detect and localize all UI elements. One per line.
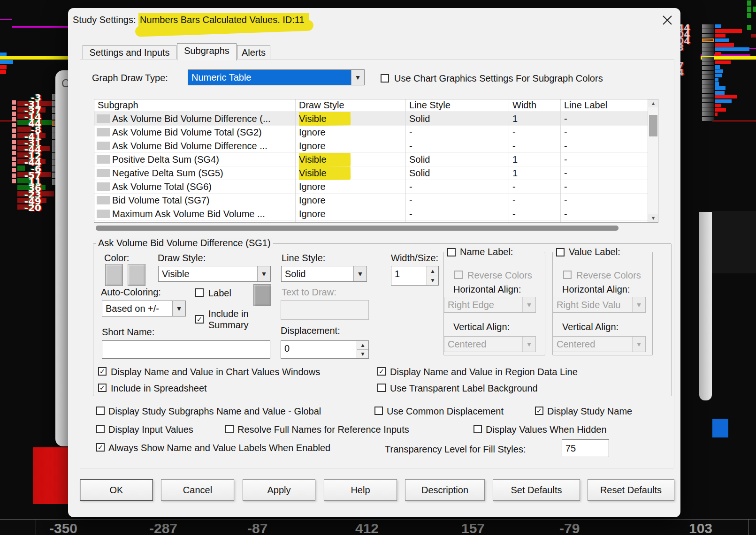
line-label-cell: -: [564, 112, 634, 126]
subgraph-color-swatch[interactable]: [97, 210, 110, 218]
column-header[interactable]: Width: [512, 100, 536, 111]
label-color-swatch[interactable]: [253, 284, 271, 306]
chevron-down-icon[interactable]: ▼: [351, 70, 364, 85]
apply-button[interactable]: Apply: [243, 479, 315, 501]
stepper-up-icon[interactable]: ▲: [427, 266, 438, 276]
line-label-cell: -: [564, 126, 634, 139]
table-row[interactable]: Maximum Ask Volume Bid Volume ...Ignore-…: [94, 207, 658, 221]
chevron-down-icon[interactable]: ▼: [257, 266, 270, 281]
tab-alerts[interactable]: Alerts: [237, 45, 270, 60]
display-chart-values-checkbox[interactable]: ✓: [98, 367, 107, 376]
subgraph-name-cell: Ask Volume Bid Volume Difference ...: [112, 139, 293, 153]
use-common-displacement-label: Use Common Displacement: [387, 406, 504, 417]
help-button[interactable]: Help: [324, 479, 397, 501]
scroll-down-icon[interactable]: ▼: [648, 214, 658, 222]
line-style-cell: -: [409, 139, 506, 153]
subgraph-color-swatch[interactable]: [97, 196, 110, 204]
display-region-data-line-checkbox[interactable]: ✓: [377, 367, 386, 376]
value-horizontal-align-select: Right Side Valu ▼: [553, 297, 646, 313]
table-row[interactable]: Bid Volume Total (SG7)Ignore---: [94, 194, 658, 207]
line-style-cell: Solid: [409, 153, 506, 166]
transparency-level-input[interactable]: [562, 439, 609, 457]
include-in-spreadsheet-label: Include in Spreadsheet: [111, 383, 207, 394]
display-study-name-checkbox[interactable]: ✓: [535, 407, 543, 415]
name-horizontal-align-label: Horizontal Align:: [453, 284, 521, 295]
graph-draw-type-select[interactable]: Numeric Table ▼: [188, 69, 365, 85]
display-subgraphs-global-checkbox[interactable]: [96, 407, 105, 415]
always-show-labels-checkbox[interactable]: ✓: [96, 443, 105, 452]
value-reverse-colors-label: Reverse Colors: [576, 270, 641, 281]
line-label-cell: -: [564, 194, 634, 207]
table-row[interactable]: Ask Volume Bid Volume Total (SG2)Ignore-…: [94, 126, 658, 139]
description-button[interactable]: Description: [405, 479, 485, 501]
draw-style-select[interactable]: Visible ▼: [158, 266, 271, 282]
stepper-down-icon[interactable]: ▼: [357, 350, 368, 358]
chevron-down-icon: ▼: [632, 337, 645, 352]
resolve-full-names-checkbox[interactable]: [225, 425, 234, 433]
display-values-when-hidden-checkbox[interactable]: [473, 425, 482, 433]
transparency-level-label: Transparency Level for Fill Styles:: [385, 444, 526, 455]
table-row[interactable]: Ask Volume Bid Volume Difference ...Igno…: [94, 139, 658, 153]
width-cell: -: [512, 139, 558, 153]
width-cell: -: [512, 207, 558, 221]
line-style-select[interactable]: Solid ▼: [281, 266, 367, 282]
set-defaults-button[interactable]: Set Defaults: [493, 479, 580, 501]
name-label-checkbox[interactable]: [447, 248, 456, 256]
cancel-button[interactable]: Cancel: [161, 479, 234, 501]
subgraph-name-cell: Ask Volume Total (SG6): [112, 180, 293, 194]
table-row[interactable]: Ask Volume Total (SG6)Ignore---: [94, 180, 658, 194]
column-header[interactable]: Subgraph: [98, 100, 138, 111]
ok-button[interactable]: OK: [80, 479, 153, 501]
use-chart-graphics-checkbox[interactable]: [381, 74, 389, 83]
display-input-values-checkbox[interactable]: [96, 425, 105, 433]
scrollbar-thumb[interactable]: [649, 115, 657, 136]
auto-coloring-select[interactable]: Based on +/- ▼: [102, 301, 186, 316]
chevron-down-icon[interactable]: ▼: [172, 301, 185, 316]
value-vertical-align-label: Vertical Align:: [562, 321, 619, 332]
include-in-summary-checkbox[interactable]: ✓: [195, 315, 204, 324]
subgraph-color-swatch[interactable]: [97, 114, 110, 123]
table-vertical-scrollbar[interactable]: ▲ ▼: [648, 99, 658, 222]
subgraph-color-swatch[interactable]: [97, 182, 110, 191]
table-row[interactable]: Negative Delta Sum (SG5)VisibleSolid1-: [94, 166, 658, 180]
name-reverse-colors-label: Reverse Colors: [467, 270, 532, 281]
tab-settings-and-inputs[interactable]: Settings and Inputs: [83, 45, 176, 60]
chevron-down-icon: ▼: [522, 337, 535, 352]
use-common-displacement-checkbox[interactable]: [374, 407, 383, 415]
label-checkbox[interactable]: [195, 288, 204, 297]
resolve-full-names-label: Resolve Full Names for Reference Inputs: [237, 424, 409, 435]
stepper-down-icon[interactable]: ▼: [427, 276, 438, 286]
include-in-spreadsheet-checkbox[interactable]: ✓: [98, 384, 107, 392]
table-row[interactable]: Ask Volume Bid Volume Difference (...Vis…: [94, 112, 658, 126]
width-cell: -: [512, 126, 558, 139]
width-size-value: 1: [391, 266, 427, 285]
column-header[interactable]: Draw Style: [299, 100, 344, 111]
table-horizontal-scrollbar[interactable]: [96, 226, 619, 231]
width-size-stepper[interactable]: 1 ▲▼: [391, 266, 439, 286]
column-header[interactable]: Line Style: [409, 100, 451, 111]
value-label-checkbox[interactable]: [556, 248, 565, 256]
line-label-cell: -: [564, 180, 634, 194]
transparent-label-background-checkbox[interactable]: [377, 384, 386, 392]
include-in-summary-label: Include in Summary: [208, 308, 272, 331]
secondary-color-swatch[interactable]: [128, 264, 145, 286]
displacement-stepper[interactable]: 0 ▲▼: [281, 340, 369, 359]
reset-defaults-button[interactable]: Reset Defaults: [588, 479, 674, 501]
subgraph-color-swatch[interactable]: [97, 155, 110, 164]
column-header[interactable]: Line Label: [564, 100, 607, 111]
chevron-down-icon[interactable]: ▼: [353, 266, 367, 281]
tab-subgraphs[interactable]: Subgraphs: [177, 43, 237, 60]
subgraph-color-swatch[interactable]: [97, 142, 110, 150]
close-button[interactable]: [661, 14, 674, 27]
always-show-labels-label: Always Show Name and Value Labels When E…: [108, 442, 330, 453]
subgraph-name-cell: Ask Volume Bid Volume Total (SG2): [112, 126, 293, 139]
scroll-up-icon[interactable]: ▲: [648, 99, 658, 107]
table-row[interactable]: Positive Delta Sum (SG4)VisibleSolid1-: [94, 153, 658, 166]
short-name-input[interactable]: [102, 340, 270, 359]
subgraph-color-swatch[interactable]: [97, 169, 110, 177]
column-divider: [509, 99, 509, 222]
stepper-up-icon[interactable]: ▲: [357, 341, 368, 350]
subgraph-color-swatch[interactable]: [97, 128, 110, 136]
value-label-group-title: Value Label:: [554, 247, 623, 257]
primary-color-swatch[interactable]: [105, 264, 123, 286]
